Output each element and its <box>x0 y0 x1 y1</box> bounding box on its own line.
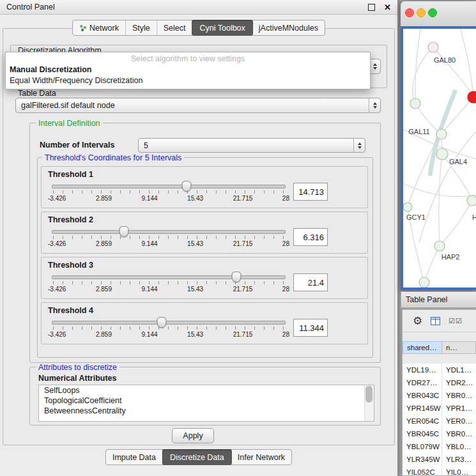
threshold-3-label: Threshold 3 <box>48 261 361 270</box>
table-header-row: shared… n… <box>403 341 476 354</box>
attributes-scrollbar[interactable] <box>364 385 374 421</box>
dropdown-option-manual[interactable]: Manual Discretization <box>6 65 370 75</box>
threshold-3-value-field[interactable]: 21.4 <box>293 273 328 291</box>
table-row[interactable]: YBL079WYBL0… <box>403 440 476 453</box>
table-row[interactable]: YLR345WYLR3… <box>403 453 476 466</box>
network-node[interactable] <box>419 277 429 288</box>
attribute-item[interactable]: SelfLoops <box>39 385 374 395</box>
combo-stepper-icon[interactable] <box>353 139 365 152</box>
table-panel-body: ⚙ ☑☑ shared… n… YDL19…YDL1… YDR27…YDR2… … <box>402 309 476 476</box>
network-node[interactable] <box>436 148 448 160</box>
top-tab-bar: Network Style Select Cyni Toolbox jActiv… <box>72 20 325 36</box>
node-label: GAL4 <box>449 158 467 165</box>
threshold-3-slider[interactable]: -3.426 2.859 9.144 15.43 21.715 28 <box>52 270 286 295</box>
interval-definition-title: Interval Definition <box>36 119 103 128</box>
table-rows: YDL19…YDL1… YDR27…YDR2… YBR043CYBR0… YPR… <box>403 364 476 475</box>
slider-ticks <box>53 326 284 330</box>
slider-track[interactable] <box>52 321 286 325</box>
scale-label: 21.715 <box>233 195 253 202</box>
network-node[interactable] <box>436 129 447 139</box>
tab-jactivemodules[interactable]: jActiveMNodules <box>252 20 325 35</box>
threshold-1-slider[interactable]: -3.426 2.859 9.144 15.43 21.715 28 <box>52 180 286 204</box>
apply-button[interactable]: Apply <box>172 428 214 443</box>
column-header-name[interactable]: n… <box>442 341 476 354</box>
threshold-2-value-field[interactable]: 6.316 <box>293 228 328 246</box>
float-window-icon[interactable] <box>368 4 375 11</box>
close-traffic-light-icon[interactable] <box>405 8 414 17</box>
control-panel-window: Control Panel ✕ Network Style Select Cyn… <box>0 0 398 476</box>
table-panel-titlebar: Table Panel <box>401 291 476 308</box>
dropdown-placeholder: Select algorithm to view settings <box>6 52 370 65</box>
slider-track[interactable] <box>52 230 286 234</box>
column-header-shared-name[interactable]: shared… <box>403 341 442 354</box>
scale-label: -3.426 <box>48 240 66 247</box>
slider-track[interactable] <box>52 185 286 188</box>
select-rows-icons[interactable]: ☑☑ <box>449 317 463 325</box>
network-node[interactable] <box>410 98 420 109</box>
scrollbar-thumb[interactable] <box>365 386 372 403</box>
scale-label: 21.715 <box>233 240 253 247</box>
bottom-tab-bar: Impute Data Discretize Data Infer Networ… <box>105 449 292 465</box>
threshold-1-value-field[interactable]: 14.713 <box>293 183 328 201</box>
threshold-panel-3: Threshold 3 -3.426 2.859 9.144 15.43 21.… <box>41 257 368 299</box>
tab-select[interactable]: Select <box>157 20 193 35</box>
gear-icon[interactable]: ⚙ <box>413 316 422 326</box>
tab-infer-network[interactable]: Infer Network <box>231 450 291 464</box>
network-node[interactable] <box>428 42 438 52</box>
tab-cyni-toolbox[interactable]: Cyni Toolbox <box>192 20 252 36</box>
threshold-panel-4: Threshold 4 -3.426 2.859 9.144 15.43 21.… <box>41 302 368 344</box>
table-row[interactable]: YPR145WYPR1… <box>403 402 476 415</box>
scale-label: -3.426 <box>48 331 66 338</box>
scale-label: 2.859 <box>96 331 112 338</box>
scale-label: 15.43 <box>187 240 203 247</box>
scale-label: 15.43 <box>187 286 203 293</box>
scale-label: 21.715 <box>233 331 253 338</box>
table-row[interactable]: YER054CYER0… <box>403 415 476 427</box>
network-canvas[interactable]: GAL80 GAL11 GAL4 GCY1 HAP2 H <box>401 26 476 290</box>
number-of-intervals-combobox[interactable]: 5 <box>138 138 365 153</box>
tab-style[interactable]: Style <box>126 20 157 35</box>
combo-stepper-icon[interactable] <box>369 98 380 112</box>
threshold-panel-1: Threshold 1 -3.426 2.859 9.144 15.43 21.… <box>41 166 368 208</box>
table-row[interactable]: YBR045CYBR0… <box>403 427 476 440</box>
dropdown-option-equal-width[interactable]: Equal Width/Frequency Discretization <box>6 75 370 86</box>
tab-discretize-data[interactable]: Discretize Data <box>162 449 232 465</box>
table-row[interactable]: YDR27…YDR2… <box>403 376 476 389</box>
threshold-2-slider[interactable]: -3.426 2.859 9.144 15.43 21.715 28 <box>52 225 286 249</box>
scale-label: 28 <box>282 286 289 293</box>
tab-impute-data[interactable]: Impute Data <box>106 450 163 464</box>
close-icon[interactable]: ✕ <box>384 3 391 12</box>
attributes-list: SelfLoops TopologicalCoefficient Between… <box>38 385 374 422</box>
number-of-intervals-label: Number of Intervals <box>40 141 114 150</box>
scale-label: 9.144 <box>142 240 158 247</box>
threshold-4-slider[interactable]: -3.426 2.859 9.144 15.43 21.715 28 <box>52 316 286 340</box>
scale-label: 9.144 <box>142 195 158 202</box>
network-tab-icon <box>79 24 87 32</box>
table-row[interactable]: YDL19…YDL1… <box>403 364 476 376</box>
scale-label: 28 <box>282 195 289 202</box>
node-label: HAP2 <box>441 253 460 261</box>
network-node-selected[interactable] <box>468 91 476 103</box>
network-node[interactable] <box>467 196 476 206</box>
window-title: Control Panel <box>6 3 368 12</box>
network-graph: GAL80 GAL11 GAL4 GCY1 HAP2 H <box>403 29 476 290</box>
minimize-traffic-light-icon[interactable] <box>417 8 426 17</box>
column-chooser-icon[interactable] <box>431 317 440 325</box>
table-data-combobox[interactable]: galFiltered.sif default node <box>15 98 381 113</box>
threshold-4-value-field[interactable]: 11.344 <box>293 319 328 337</box>
zoom-traffic-light-icon[interactable] <box>428 8 437 17</box>
numerical-attributes-label: Numerical Attributes <box>38 374 116 383</box>
slider-scale: -3.426 2.859 9.144 15.43 21.715 28 <box>48 331 289 338</box>
attribute-item[interactable]: TopologicalCoefficient <box>39 395 374 406</box>
network-node[interactable] <box>403 203 412 211</box>
slider-track[interactable] <box>52 275 286 279</box>
table-row[interactable]: YBR043CYBR0… <box>403 389 476 402</box>
node-label: GAL80 <box>434 56 456 64</box>
scale-label: 2.859 <box>96 240 112 247</box>
network-node[interactable] <box>434 241 445 251</box>
threshold-2-label: Threshold 2 <box>48 215 361 224</box>
attribute-item[interactable]: BetweennessCentrality <box>39 406 374 416</box>
scale-label: 28 <box>282 331 289 338</box>
table-row[interactable]: YIL052CYIL0… <box>403 466 476 476</box>
tab-network[interactable]: Network <box>73 20 126 35</box>
